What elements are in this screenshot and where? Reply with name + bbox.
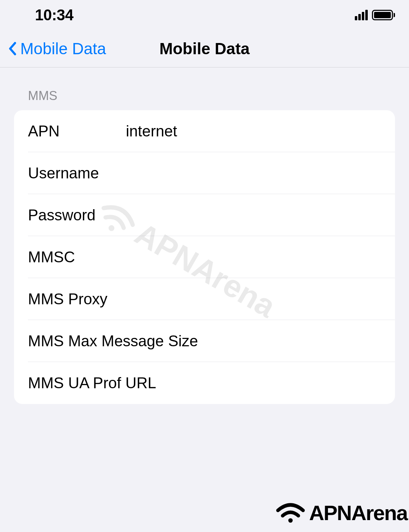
battery-icon: [372, 10, 395, 20]
password-row[interactable]: Password: [14, 194, 395, 236]
apn-row[interactable]: APN: [14, 110, 395, 152]
username-input[interactable]: [126, 164, 395, 182]
username-row[interactable]: Username: [14, 152, 395, 194]
navigation-bar: Mobile Data Mobile Data: [0, 30, 409, 68]
mms-proxy-label: MMS Proxy: [28, 290, 107, 308]
status-bar: 10:34: [0, 0, 409, 30]
footer-brand-text: APNArena: [309, 501, 407, 525]
mms-proxy-row[interactable]: MMS Proxy: [14, 278, 395, 320]
apn-input[interactable]: [126, 122, 395, 140]
status-right: [355, 10, 395, 20]
back-button[interactable]: Mobile Data: [0, 39, 106, 58]
username-label: Username: [28, 164, 126, 182]
wifi-icon: [275, 501, 306, 525]
password-label: Password: [28, 206, 126, 224]
status-time: 10:34: [35, 6, 73, 24]
content-area: MMS APN Username Password MMSC MMS Proxy…: [0, 68, 409, 404]
mmsc-row[interactable]: MMSC: [14, 236, 395, 278]
password-input[interactable]: [126, 206, 395, 224]
mms-ua-prof-input[interactable]: [156, 374, 395, 392]
chevron-left-icon: [7, 42, 17, 56]
page-title: Mobile Data: [159, 39, 250, 58]
mms-ua-prof-label: MMS UA Prof URL: [28, 374, 156, 392]
mms-proxy-input[interactable]: [107, 290, 395, 308]
footer-brand: APNArena: [275, 501, 409, 525]
apn-label: APN: [28, 122, 126, 140]
section-header-mms: MMS: [14, 88, 395, 103]
mms-max-size-input[interactable]: [198, 332, 395, 350]
mms-max-size-label: MMS Max Message Size: [28, 332, 198, 350]
mms-ua-prof-row[interactable]: MMS UA Prof URL: [14, 362, 395, 404]
mmsc-label: MMSC: [28, 248, 126, 266]
mmsc-input[interactable]: [126, 248, 395, 266]
svg-point-1: [288, 518, 293, 523]
mms-settings-group: APN Username Password MMSC MMS Proxy MMS…: [14, 110, 395, 404]
back-label: Mobile Data: [20, 39, 106, 58]
mms-max-size-row[interactable]: MMS Max Message Size: [14, 320, 395, 362]
cellular-signal-icon: [355, 10, 368, 20]
